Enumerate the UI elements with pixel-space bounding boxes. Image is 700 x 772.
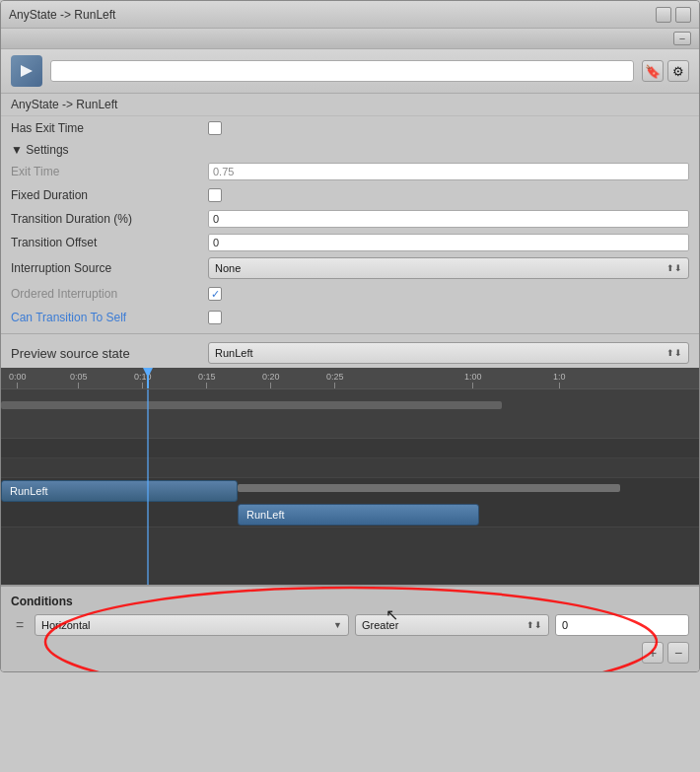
transition-offset-display: 0 xyxy=(213,237,219,248)
title-bar: AnyState -> RunLeft xyxy=(1,1,699,29)
has-exit-time-row: Has Exit Time xyxy=(1,116,699,140)
transition-duration-display: 0 xyxy=(213,213,219,225)
minus-bar: − xyxy=(1,29,699,49)
minimize-button[interactable] xyxy=(656,7,671,23)
has-exit-time-label: Has Exit Time xyxy=(11,121,208,135)
settings-section-header: ▼ Settings xyxy=(1,140,699,160)
fixed-duration-checkbox[interactable] xyxy=(208,188,222,202)
exit-time-label: Exit Time xyxy=(11,165,208,178)
exit-time-value: 0.75 xyxy=(208,163,689,180)
timeline-ruler: 0:00 0:05 0:10 0:15 0:20 0:25 1: xyxy=(1,368,699,389)
preview-source-value: RunLeft ⬆⬇ xyxy=(208,342,689,364)
playhead-line xyxy=(147,368,149,388)
tracks-main: RunLeft RunLeft xyxy=(1,478,699,527)
bookmark-icon[interactable]: 🔖 xyxy=(642,60,664,82)
transition-duration-label: Transition Duration (%) xyxy=(11,212,208,226)
interruption-source-arrow: ⬆⬇ xyxy=(666,263,682,273)
conditions-header: Conditions xyxy=(11,595,689,608)
preview-source-row: Preview source state RunLeft ⬆⬇ xyxy=(1,338,699,368)
title-bar-buttons xyxy=(656,7,691,23)
interruption-source-row: Interruption Source None ⬆⬇ xyxy=(1,254,699,282)
can-transition-checkbox[interactable] xyxy=(208,311,222,324)
playhead-body xyxy=(147,389,149,585)
collapse-button[interactable]: − xyxy=(673,32,691,45)
operator-arrow: ⬆⬇ xyxy=(526,620,542,630)
ordered-interruption-row: Ordered Interruption xyxy=(1,282,699,306)
threshold-field[interactable]: 0 xyxy=(555,614,689,636)
interruption-source-select[interactable]: None ⬆⬇ xyxy=(208,257,689,279)
conditions-row: = Horizontal ▼ Greater ⬆⬇ 0 xyxy=(11,614,689,636)
settings-icon[interactable]: ⚙ xyxy=(667,60,689,82)
operator-value: Greater xyxy=(362,619,398,631)
operator-select[interactable]: Greater ⬆⬇ xyxy=(355,614,549,636)
settings-label: ▼ Settings xyxy=(11,143,69,157)
transition-offset-label: Transition Offset xyxy=(11,236,208,249)
divider-1 xyxy=(1,333,699,334)
preview-source-select[interactable]: RunLeft ⬆⬇ xyxy=(208,342,689,364)
fixed-duration-label: Fixed Duration xyxy=(11,188,208,202)
interruption-source-value: None ⬆⬇ xyxy=(208,257,689,279)
ordered-interruption-value xyxy=(208,287,689,301)
exit-time-row: Exit Time 0.75 xyxy=(1,160,699,183)
track-empty-1 xyxy=(1,389,699,439)
conditions-footer: ↖ + − xyxy=(11,642,689,664)
threshold-value: 0 xyxy=(562,619,568,631)
transition-duration-value: 0 xyxy=(208,210,689,228)
add-condition-button[interactable]: + xyxy=(642,642,664,664)
interruption-source-label: Interruption Source xyxy=(11,261,208,275)
track-bar-top xyxy=(238,484,620,492)
tick-6: 1:00 xyxy=(464,372,482,388)
param-value: Horizontal xyxy=(41,619,91,631)
preview-source-label: Preview source state xyxy=(11,346,208,361)
transition-icon xyxy=(11,55,42,87)
maximize-button[interactable] xyxy=(675,7,691,23)
tick-4: 0:20 xyxy=(262,372,280,388)
preview-source-arrow: ⬆⬇ xyxy=(666,348,682,358)
tick-7: 1:0 xyxy=(553,372,566,388)
track-empty-2 xyxy=(1,439,699,458)
transition-offset-row: Transition Offset 0 xyxy=(1,231,699,254)
conditions-section: Conditions = Horizontal ▼ Greater ⬆⬇ 0 ↖ xyxy=(1,585,699,671)
tick-3: 0:15 xyxy=(198,372,216,388)
tick-1: 0:05 xyxy=(70,372,88,388)
transition-duration-row: Transition Duration (%) 0 xyxy=(1,207,699,231)
exit-time-display: 0.75 xyxy=(213,166,234,177)
has-exit-time-checkbox[interactable] xyxy=(208,121,222,135)
timeline-container: 0:00 0:05 0:10 0:15 0:20 0:25 1: xyxy=(1,368,699,585)
header-label: AnyState -> RunLeft xyxy=(11,98,117,111)
timeline-body: RunLeft RunLeft xyxy=(1,389,699,585)
search-input[interactable] xyxy=(50,60,634,82)
header-section: 🔖 ⚙ xyxy=(1,49,699,94)
ordered-interruption-checkbox[interactable] xyxy=(208,287,222,301)
has-exit-time-value xyxy=(208,121,689,135)
track-empty-3 xyxy=(1,458,699,478)
tick-0: 0:00 xyxy=(9,372,27,388)
can-transition-label[interactable]: Can Transition To Self xyxy=(11,311,208,324)
main-window: AnyState -> RunLeft − 🔖 ⚙ AnyState -> Ru… xyxy=(0,0,700,672)
tick-5: 0:25 xyxy=(326,372,344,388)
window-title: AnyState -> RunLeft xyxy=(9,8,115,22)
can-transition-value xyxy=(208,311,689,324)
fixed-duration-row: Fixed Duration xyxy=(1,183,699,207)
header-controls: 🔖 ⚙ xyxy=(642,60,689,82)
transition-offset-value: 0 xyxy=(208,234,689,251)
can-transition-row: Can Transition To Self xyxy=(1,306,699,329)
param-arrow: ▼ xyxy=(333,620,342,630)
timeline[interactable]: 0:00 0:05 0:10 0:15 0:20 0:25 1: xyxy=(1,368,699,585)
svg-marker-0 xyxy=(21,65,33,77)
bottom-wrapper: Conditions = Horizontal ▼ Greater ⬆⬇ 0 ↖ xyxy=(1,585,699,671)
remove-condition-button[interactable]: − xyxy=(667,642,689,664)
clip-runleft-1[interactable]: RunLeft xyxy=(1,480,238,502)
clip-runleft-2[interactable]: RunLeft xyxy=(238,504,479,526)
eq-symbol: = xyxy=(11,617,29,633)
ordered-interruption-label: Ordered Interruption xyxy=(11,287,208,301)
fixed-duration-value xyxy=(208,188,689,202)
track-bar-1 xyxy=(1,401,502,409)
param-select[interactable]: Horizontal ▼ xyxy=(35,614,349,636)
